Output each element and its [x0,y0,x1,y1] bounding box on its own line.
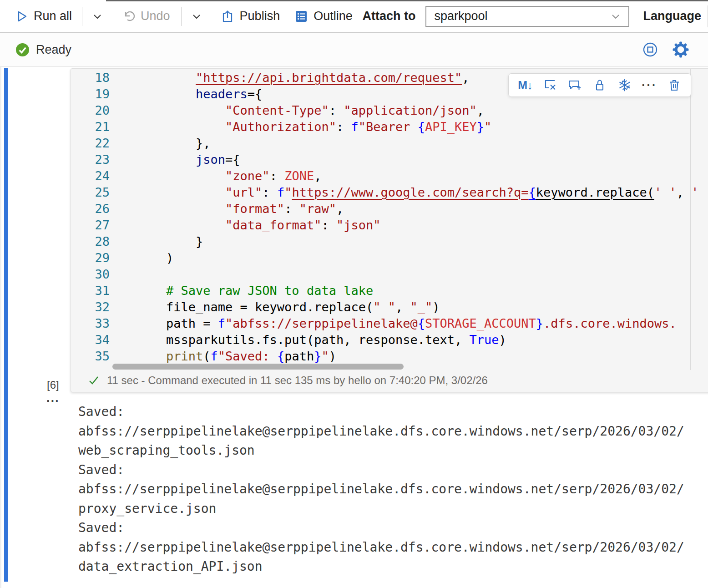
run-all-dropdown[interactable] [91,10,103,22]
undo-dropdown[interactable] [191,10,202,22]
output-line: Saved: [78,461,694,480]
code-line: 22 }, [71,135,698,152]
publish-icon [221,10,234,23]
settings-gear-icon[interactable] [673,41,689,58]
run-all-label: Run all [34,9,72,23]
execution-status-text: 11 sec - Command executed in 11 sec 135 … [107,374,488,387]
code-line: 35 print(f"Saved: {path}") [71,348,698,365]
toolbar-divider [181,7,182,26]
cell-status-row: 11 sec - Command executed in 11 sec 135 … [71,372,488,389]
delete-cell-button[interactable] [667,76,682,94]
line-number: 30 [71,266,110,283]
code-line: 31 # Save raw JSON to data lake [71,283,698,299]
code-line: 34 mssparkutils.fs.put(path, response.te… [71,332,698,348]
undo-button[interactable]: Undo [121,9,170,23]
undo-icon [121,10,135,23]
add-comment-button[interactable] [567,76,582,94]
output-line: Saved: [78,518,694,538]
spark-pool-value: sparkpool [434,9,487,23]
chevron-down-icon [91,10,103,22]
add-comment-icon [567,78,582,92]
outline-button[interactable]: Outline [294,9,353,23]
lock-cell-button[interactable] [592,76,607,94]
session-status-text: Ready [36,43,71,57]
output-line: Saved: [78,402,694,422]
code-line: 24 "zone": ZONE, [71,168,698,184]
attach-to-label: Attach to [362,9,415,23]
code-line: 26 "format": "raw", [71,201,698,217]
output-line: proxy_service.json [78,499,694,519]
code-line: 25 "url": f"https://www.google.com/searc… [71,184,698,201]
output-more-button[interactable]: ··· [46,396,60,406]
line-number: 24 [71,168,110,184]
session-status-bar: Ready [0,33,708,67]
chevron-down-icon [191,10,202,22]
line-number: 35 [71,348,110,365]
code-line: 20 "Content-Type": "application/json", [71,102,698,119]
code-line: 27 "data_format": "json" [71,217,698,233]
line-number: 19 [71,86,110,102]
chevron-down-icon [609,10,622,23]
code-line: 28 } [71,233,698,250]
code-line: 32 file_name = keyword.replace(" ", "_") [71,299,698,315]
line-number: 31 [71,283,110,299]
spark-pool-select[interactable]: sparkpool [425,6,629,27]
line-number: 34 [71,332,110,348]
markdown-icon: M↓ [518,79,532,92]
line-number: 25 [71,184,110,201]
stop-session-icon[interactable] [642,42,658,57]
ready-check-icon [15,43,30,57]
output-line: web_scraping_tools.json [78,441,694,461]
clear-output-icon [543,78,557,92]
publish-button[interactable]: Publish [221,9,280,23]
output-line: data_extraction_API.json [78,557,694,577]
code-line: 23 json={ [71,152,698,168]
code-editor[interactable]: 18 "https://api.brightdata.com/request",… [71,70,698,365]
undo-label: Undo [141,9,170,23]
clear-output-button[interactable] [542,76,558,94]
code-line: 29 ) [71,250,698,266]
convert-to-markdown-button[interactable]: M↓ [517,76,533,94]
snowflake-icon [617,78,632,92]
cell-toolbar: M↓ [508,73,691,97]
code-line: 30 [71,266,698,283]
horizontal-scrollbar[interactable] [112,364,404,370]
execution-count: [6] [47,379,59,391]
cell-output: Saved:abfss://serppipelinelake@serppipel… [78,402,694,577]
window-top-border [106,0,708,1]
language-label: Language [643,9,701,23]
line-number: 23 [71,152,110,168]
line-number: 32 [71,299,110,315]
output-line: abfss://serppipelinelake@serppipelinelak… [78,538,694,558]
notebook-body: 18 "https://api.brightdata.com/request",… [0,67,708,588]
publish-label: Publish [240,9,280,23]
line-number: 26 [71,201,110,217]
code-line: 21 "Authorization": f"Bearer {API_KEY}" [71,119,698,135]
line-number: 22 [71,135,110,152]
line-number: 27 [71,217,110,233]
line-number: 33 [71,315,110,332]
trash-icon [668,78,681,92]
line-number: 29 [71,250,110,266]
freeze-cell-button[interactable] [617,76,632,94]
line-number: 28 [71,233,110,250]
code-line: 33 path = f"abfss://serppipelinelake@{ST… [71,315,698,332]
line-number: 20 [71,102,110,119]
toolbar-divider [82,7,82,26]
output-line: abfss://serppipelinelake@serppipelinelak… [78,422,694,441]
line-number: 18 [71,70,110,86]
outline-label: Outline [314,9,353,23]
run-all-button[interactable]: Run all [15,9,72,23]
cell-selection-indicator [4,68,8,582]
more-actions-button[interactable]: ··· [642,76,657,94]
lock-icon [593,78,607,92]
play-icon [15,10,28,23]
line-number: 21 [71,119,110,135]
notebook-toolbar: Run all Undo Publish O [0,0,708,33]
success-check-icon [88,375,100,386]
left-edge-line [0,67,1,588]
more-icon: ··· [642,79,657,92]
code-cell[interactable]: 18 "https://api.brightdata.com/request",… [71,68,708,392]
output-line: abfss://serppipelinelake@serppipelinelak… [78,480,694,499]
outline-icon [294,10,308,23]
